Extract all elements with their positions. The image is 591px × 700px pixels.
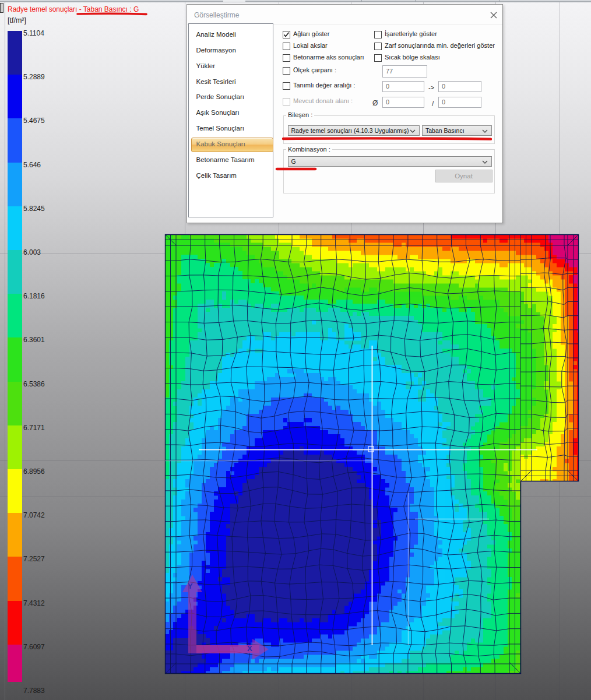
svg-text:X: X — [247, 644, 252, 653]
svg-text:Y: Y — [188, 582, 193, 590]
